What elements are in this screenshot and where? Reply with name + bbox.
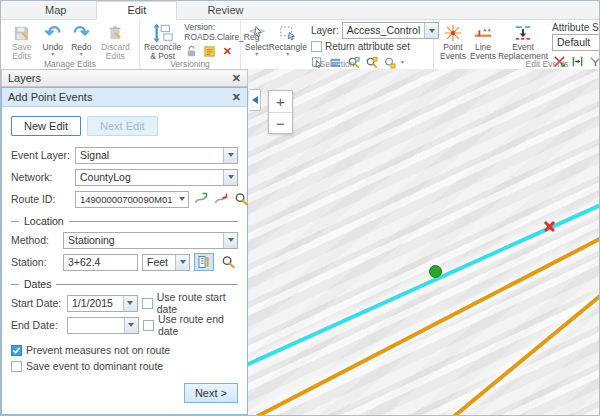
end-date-arrow[interactable] [124, 318, 138, 333]
group-label-versioning: Versioning [140, 59, 240, 69]
map-view[interactable]: + − [248, 69, 599, 415]
attribute-set-combobox[interactable]: Default [552, 34, 600, 51]
save-icon [12, 23, 31, 43]
add-point-events-header[interactable]: Add Point Events ✕ [2, 88, 247, 107]
layer-label: Layer: [311, 25, 339, 36]
use-route-end-date-checkbox[interactable] [143, 320, 154, 331]
event-layer-combobox[interactable]: Signal [75, 147, 238, 164]
next-button[interactable]: Next > [184, 383, 238, 403]
tab-map[interactable]: Map [15, 2, 96, 19]
prevent-measures-checkbox[interactable] [11, 345, 22, 356]
route-id-combo-arrow[interactable] [176, 197, 188, 201]
map-zoom-control: + − [268, 90, 293, 134]
method-combobox[interactable]: Stationing [63, 232, 238, 249]
zoom-in-button[interactable]: + [269, 91, 292, 112]
use-route-start-date-label: Use route start date [157, 291, 238, 315]
undo-dropdown-arrow[interactable]: ▾ [51, 52, 54, 57]
redo-button[interactable]: ↷ Redo ▾ [67, 22, 96, 57]
tab-edit[interactable]: Edit [96, 1, 177, 20]
add-point-events-close-icon[interactable]: ✕ [232, 91, 241, 104]
app-window: Map Edit Review Save Edits ↶ Undo ▾ ↷ Re… [0, 0, 600, 416]
event-layer-label: Event Layer: [11, 149, 71, 161]
version-changes-icon[interactable] [202, 44, 216, 58]
end-date-label: End Date: [11, 319, 63, 331]
layers-pane-title: Layers [8, 72, 232, 84]
dominant-route-label: Save event to dominant route [26, 360, 163, 372]
start-date-label: Start Date: [11, 297, 63, 309]
select-cursor-icon [247, 23, 267, 43]
station-input[interactable]: 3+62.4 [63, 254, 138, 271]
route-id-label: Route ID: [11, 193, 71, 205]
event-layer-combo-arrow[interactable] [223, 148, 237, 163]
group-label-selection: Selection [241, 59, 433, 69]
unlock-icon[interactable] [184, 44, 198, 58]
layer-combobox[interactable]: Access_Control [342, 22, 440, 39]
delete-version-icon[interactable]: ✕ [220, 44, 234, 58]
station-unit-combo-arrow[interactable] [175, 255, 189, 270]
network-label: Network: [11, 171, 71, 183]
choose-route-icon[interactable] [193, 190, 209, 208]
rectangle-dropdown-arrow[interactable]: ▾ [286, 52, 289, 57]
add-point-events-title: Add Point Events [8, 91, 232, 103]
undo-button[interactable]: ↶ Undo ▾ [38, 22, 67, 57]
collapse-arrow-icon [252, 96, 258, 104]
end-date-picker[interactable] [67, 317, 139, 334]
method-combo-arrow[interactable] [223, 233, 237, 248]
tab-review[interactable]: Review [177, 2, 273, 19]
method-label: Method: [11, 234, 59, 246]
pick-station-on-map-icon[interactable] [194, 253, 214, 271]
add-point-events-pane: Add Point Events ✕ New Edit Next Edit Ev… [1, 87, 248, 415]
point-events-button[interactable]: Point Events [438, 22, 468, 61]
layers-pane-header[interactable]: Layers ✕ [1, 69, 248, 87]
use-route-start-date-checkbox[interactable] [142, 298, 153, 309]
station-unit-combobox[interactable]: Feet [142, 254, 190, 271]
station-label: Station: [11, 256, 59, 268]
trash-icon [106, 23, 124, 43]
select-dropdown-arrow[interactable]: ▾ [255, 52, 258, 57]
use-route-end-date-label: Use route end date [158, 313, 238, 337]
reconcile-icon [153, 23, 173, 43]
prevent-measures-label: Prevent measures not on route [26, 344, 170, 356]
dates-section-separator: Dates [11, 278, 238, 290]
start-date-picker[interactable]: 1/1/2015 [67, 295, 138, 312]
group-selection: Select ▾ Rectangle ▾ Layer: Access_Contr… [241, 20, 434, 69]
discard-edits-button[interactable]: Discard Edits [96, 22, 135, 61]
return-attribute-set-label: Return attribute set [325, 41, 410, 52]
network-combo-arrow[interactable] [223, 170, 237, 185]
start-date-arrow[interactable] [123, 296, 137, 311]
group-manage-edits: Save Edits ↶ Undo ▾ ↷ Redo ▾ Discard Edi… [1, 20, 140, 69]
line-events-button[interactable]: Line Events [468, 22, 498, 61]
attribute-set-label: Attribute Set: [552, 22, 600, 33]
new-edit-button[interactable]: New Edit [11, 116, 81, 136]
save-edits-button[interactable]: Save Edits [5, 22, 38, 61]
ribbon: Save Edits ↶ Undo ▾ ↷ Redo ▾ Discard Edi… [1, 20, 599, 69]
zoom-out-button[interactable]: − [269, 112, 292, 133]
group-label-manage-edits: Manage Edits [1, 59, 139, 69]
rectangle-select-button[interactable]: Rectangle ▾ [269, 22, 307, 57]
point-event-marker[interactable] [429, 265, 442, 278]
redo-icon: ↷ [73, 23, 89, 43]
group-versioning: Reconcile & Post Version: ROADS.Claire_R… [140, 20, 241, 69]
group-edit-events: Point Events Line Events Event Replaceme… [434, 20, 600, 69]
location-section-separator: Location [11, 215, 238, 227]
location-section-title: Location [24, 215, 64, 227]
point-events-icon [443, 23, 463, 43]
route-end-cross-marker [543, 220, 556, 233]
network-combobox[interactable]: CountyLog [75, 169, 238, 186]
dates-section-title: Dates [24, 278, 51, 290]
redo-dropdown-arrow[interactable]: ▾ [80, 52, 83, 57]
undo-icon: ↶ [45, 23, 61, 43]
return-attribute-set-checkbox[interactable] [311, 41, 322, 52]
dominant-route-checkbox[interactable] [11, 361, 22, 372]
select-button[interactable]: Select ▾ [245, 22, 269, 57]
layers-close-icon[interactable]: ✕ [232, 72, 241, 85]
pane-collapse-button[interactable] [249, 89, 261, 111]
zoom-to-station-icon[interactable] [218, 253, 238, 271]
group-label-edit-events: Edit Events [434, 59, 600, 69]
event-replacement-button[interactable]: Event Replacement [498, 22, 548, 61]
reconcile-post-button[interactable]: Reconcile & Post [144, 22, 181, 61]
route-id-combobox[interactable]: 14900000700090M01 [75, 191, 189, 208]
select-route-on-map-icon[interactable] [213, 190, 229, 208]
road-line-secondary [255, 236, 599, 415]
next-edit-button[interactable]: Next Edit [87, 116, 158, 136]
